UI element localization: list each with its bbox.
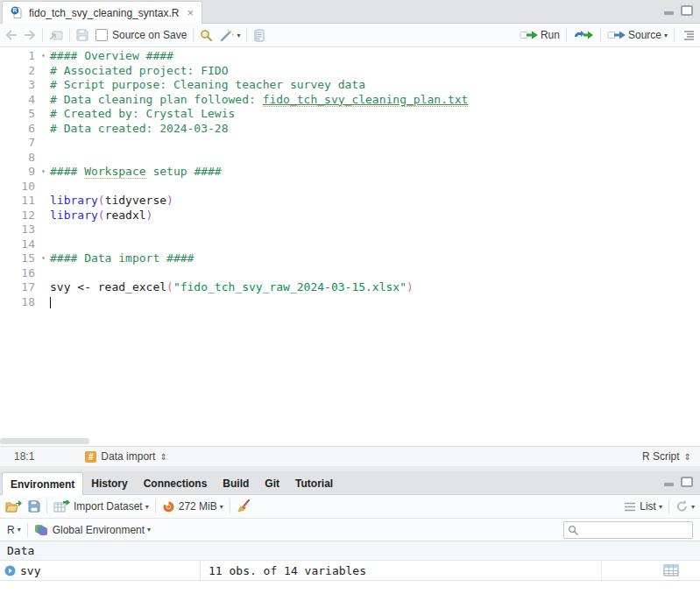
fold-arrow-icon[interactable]: ▾ (37, 251, 50, 266)
tab-environment[interactable]: Environment (2, 472, 83, 495)
code-token: ) (166, 194, 173, 207)
code-text (50, 180, 700, 194)
document-outline-icon[interactable] (681, 30, 695, 40)
code-line[interactable]: 4# Data cleaning plan followed: fido_tch… (0, 93, 700, 108)
list-view-icon[interactable] (624, 502, 636, 512)
memory-caret-icon[interactable]: ▾ (220, 503, 223, 511)
view-data-grid-icon[interactable] (663, 564, 679, 576)
tab-connections[interactable]: Connections (136, 472, 216, 494)
source-icon[interactable] (607, 30, 626, 40)
code-text: #### Overview #### (50, 49, 700, 64)
code-line[interactable]: 1▾#### Overview #### (0, 49, 700, 64)
line-number: 11 (0, 194, 37, 209)
svg-text:R: R (13, 7, 18, 13)
global-environment-caret-icon[interactable]: ▾ (147, 526, 151, 534)
code-line[interactable]: 8 (0, 151, 700, 166)
find-replace-icon[interactable] (200, 29, 213, 42)
line-number: 10 (0, 180, 37, 194)
code-text: #### Data import #### (50, 251, 700, 266)
source-button[interactable]: Source (628, 29, 661, 41)
fold-gutter (37, 78, 50, 93)
show-in-new-window-icon[interactable] (49, 30, 63, 41)
code-token: ) (146, 209, 153, 222)
tab-history[interactable]: History (83, 472, 135, 494)
line-number: 16 (0, 266, 37, 281)
maximize-icon[interactable] (681, 5, 693, 16)
save-icon[interactable] (76, 29, 88, 41)
forward-icon[interactable] (23, 30, 36, 40)
tab-git[interactable]: Git (257, 472, 287, 494)
scope-label[interactable]: Data import (101, 450, 155, 463)
source-on-save-label[interactable]: Source on Save (112, 29, 187, 41)
code-line[interactable]: 17svy <- read_excel("fido_tch_svy_raw_20… (0, 280, 700, 295)
save-workspace-icon[interactable] (28, 500, 40, 513)
env-search-input[interactable] (581, 524, 689, 536)
rerun-icon[interactable] (573, 30, 594, 40)
code-line[interactable]: 18 (0, 295, 700, 310)
tab-build[interactable]: Build (215, 472, 257, 494)
refresh-caret-icon[interactable]: ▾ (691, 503, 695, 511)
code-text: svy <- read_excel("fido_tch_svy_raw_2024… (50, 280, 700, 295)
code-line[interactable]: 12library(readxl) (0, 209, 700, 223)
code-tools-wand-icon[interactable] (220, 29, 234, 42)
language-selector[interactable]: R (7, 524, 15, 536)
source-caret-icon[interactable]: ▾ (664, 32, 668, 39)
refresh-icon[interactable] (675, 500, 689, 513)
object-row[interactable]: svy11 obs. of 14 variables (0, 561, 700, 581)
import-dataset-caret-icon[interactable]: ▾ (145, 503, 149, 511)
file-type-updown-icon: ⇕ (684, 452, 691, 462)
file-type-label[interactable]: R Script (642, 450, 680, 463)
close-icon[interactable]: × (187, 7, 194, 18)
minimize-icon[interactable] (663, 6, 675, 16)
code-line[interactable]: 7 (0, 136, 700, 151)
code-line[interactable]: 14 (0, 237, 700, 252)
code-token: setup #### (146, 165, 222, 178)
import-dataset-button[interactable]: Import Dataset (74, 500, 143, 513)
fold-gutter (37, 209, 50, 223)
code-line[interactable]: 9▾#### Workspace setup #### (0, 165, 700, 180)
import-dataset-icon[interactable] (53, 500, 70, 513)
r-file-icon: R (11, 6, 24, 19)
code-token: svy <- read_excel (50, 280, 166, 293)
editor-tab[interactable]: R fido_tch_svy_cleaning_syntax.R × (2, 1, 202, 24)
fold-arrow-icon[interactable]: ▾ (37, 49, 50, 64)
code-line[interactable]: 13 (0, 223, 700, 237)
expand-object-icon[interactable] (4, 565, 16, 576)
global-environment-selector[interactable]: Global Environment (53, 524, 145, 536)
language-caret-icon[interactable]: ▾ (18, 526, 21, 534)
code-tools-caret-icon[interactable]: ▾ (237, 32, 240, 39)
tab-tutorial[interactable]: Tutorial (287, 472, 341, 494)
run-button[interactable]: Run (541, 29, 560, 41)
fold-arrow-icon[interactable]: ▾ (37, 165, 50, 180)
fold-gutter (37, 64, 50, 79)
code-line[interactable]: 15▾#### Data import #### (0, 251, 700, 266)
code-editor[interactable]: 1▾#### Overview ####2# Associated projec… (0, 47, 700, 437)
compile-report-icon[interactable] (253, 29, 265, 42)
scope-navigator[interactable]: # Data import ⇕ (85, 450, 166, 463)
code-line[interactable]: 16 (0, 266, 700, 281)
minimize-icon[interactable] (663, 477, 675, 487)
line-number: 1 (0, 49, 37, 64)
maximize-icon[interactable] (681, 477, 693, 487)
load-workspace-icon[interactable] (5, 500, 22, 513)
code-line[interactable]: 3# Script purpose: Cleaning teacher surv… (0, 78, 700, 93)
horizontal-scrollbar[interactable] (0, 437, 700, 446)
list-mode-label[interactable]: List (640, 500, 656, 513)
code-token: # Created by: Crystal Lewis (50, 107, 235, 120)
list-mode-caret-icon[interactable]: ▾ (659, 503, 662, 511)
code-line[interactable]: 6# Data created: 2024-03-28 (0, 122, 700, 137)
run-icon[interactable] (520, 30, 539, 40)
code-line[interactable]: 2# Associated project: FIDO (0, 64, 700, 79)
line-number: 12 (0, 209, 37, 223)
source-on-save-checkbox[interactable] (95, 29, 108, 41)
env-search-box[interactable] (563, 521, 693, 539)
back-icon[interactable] (5, 30, 18, 40)
code-text: # Associated project: FIDO (50, 64, 700, 79)
code-line[interactable]: 11library(tidyverse) (0, 194, 700, 209)
code-line[interactable]: 5# Created by: Crystal Lewis (0, 107, 700, 122)
code-line[interactable]: 10 (0, 180, 700, 194)
memory-usage-label[interactable]: 272 MiB (179, 500, 217, 513)
code-text (50, 266, 700, 281)
clear-objects-broom-icon[interactable] (237, 499, 251, 513)
scrollbar-thumb[interactable] (0, 438, 89, 444)
